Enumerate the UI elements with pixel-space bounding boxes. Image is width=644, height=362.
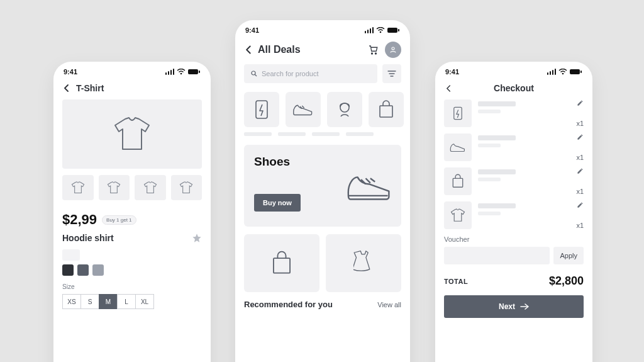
- placeholder-bar: [478, 101, 516, 106]
- search-input[interactable]: Search for product: [244, 64, 377, 83]
- thumbnail[interactable]: [99, 175, 130, 200]
- edit-button[interactable]: [577, 167, 584, 174]
- svg-rect-8: [367, 30, 369, 33]
- signal-icon: [165, 69, 174, 75]
- svg-rect-26: [550, 71, 551, 75]
- cart-item-image: [444, 201, 472, 229]
- battery-icon: [387, 27, 400, 33]
- product-card[interactable]: [326, 234, 401, 292]
- thumbnail[interactable]: [135, 175, 166, 200]
- edit-button[interactable]: [577, 201, 584, 208]
- svg-rect-5: [188, 69, 198, 74]
- svg-point-17: [252, 71, 255, 75]
- apply-button[interactable]: Apply: [553, 247, 584, 264]
- svg-rect-25: [547, 72, 548, 75]
- svg-rect-2: [170, 70, 172, 75]
- placeholder-bar: [478, 169, 516, 174]
- profile-button[interactable]: [385, 42, 401, 58]
- back-button[interactable]: [244, 45, 253, 54]
- promo-card[interactable]: Shoes Buy now: [244, 145, 401, 227]
- signal-icon: [547, 69, 556, 75]
- status-bar: 9:41: [235, 20, 410, 38]
- svg-rect-30: [570, 69, 580, 74]
- thumbnail[interactable]: [171, 175, 203, 200]
- cart-item-image: [444, 133, 472, 161]
- product-card[interactable]: [244, 234, 319, 292]
- edit-button[interactable]: [577, 99, 584, 106]
- size-option[interactable]: XL: [135, 294, 154, 309]
- back-button[interactable]: [62, 84, 71, 93]
- svg-rect-1: [168, 71, 169, 75]
- tshirt-icon: [143, 181, 157, 194]
- battery-icon: [188, 69, 201, 75]
- chevron-left-icon: [64, 84, 70, 92]
- cart-item-qty: x1: [576, 154, 584, 161]
- svg-rect-10: [372, 27, 374, 33]
- category-tile[interactable]: [286, 92, 321, 127]
- shoe-icon: [292, 103, 314, 116]
- tshirt-icon: [450, 208, 465, 222]
- product-price: $2,99: [62, 212, 97, 228]
- category-tile[interactable]: [327, 92, 362, 127]
- cart-button[interactable]: [366, 43, 380, 57]
- svg-rect-27: [552, 70, 553, 75]
- total-value: $2,800: [549, 274, 584, 288]
- tshirt-icon: [113, 116, 152, 152]
- view-all-link[interactable]: View all: [377, 301, 401, 308]
- svg-rect-28: [555, 69, 556, 75]
- pencil-icon: [577, 167, 584, 174]
- screen-product: 9:41 T-Shirt $2,99: [53, 62, 211, 362]
- search-icon: [250, 70, 258, 77]
- color-swatch[interactable]: [92, 264, 104, 276]
- size-option[interactable]: L: [117, 294, 136, 309]
- status-indicators: [165, 69, 201, 75]
- color-swatch[interactable]: [62, 264, 74, 276]
- bag-icon: [452, 174, 464, 189]
- voucher-label: Voucher: [444, 235, 584, 243]
- color-swatches: [62, 264, 202, 276]
- favorite-button[interactable]: [192, 233, 202, 243]
- cart-icon: [367, 44, 379, 55]
- svg-rect-0: [165, 72, 167, 75]
- product-name: Hoodie shirt: [62, 233, 114, 243]
- size-option[interactable]: XS: [62, 294, 81, 309]
- cart-item: x1: [444, 99, 584, 127]
- tshirt-icon: [71, 181, 85, 194]
- signal-icon: [365, 27, 374, 33]
- screen-checkout: 9:41 Checkout x1: [435, 62, 592, 362]
- category-row[interactable]: [244, 92, 401, 127]
- edit-button[interactable]: [577, 133, 584, 140]
- section-title: Recommended for you: [244, 300, 333, 309]
- size-option-selected[interactable]: M: [99, 294, 118, 309]
- person-icon: [336, 100, 353, 119]
- search-placeholder: Search for product: [262, 70, 319, 77]
- thumbnail[interactable]: [62, 175, 94, 200]
- category-tile[interactable]: [244, 92, 279, 127]
- cart-item-qty: x1: [576, 120, 584, 127]
- page-title: Checkout: [494, 83, 534, 93]
- promo-badge: Buy 1 get 1: [102, 215, 136, 225]
- thumbnail-row: [62, 175, 202, 200]
- battery-icon: [570, 69, 582, 75]
- category-tile[interactable]: [369, 92, 404, 127]
- tshirt-icon: [107, 181, 121, 194]
- size-label: Size: [62, 283, 202, 290]
- promo-title: Shoes: [254, 155, 391, 169]
- energy-icon: [253, 99, 270, 120]
- category-labels-placeholder: [244, 132, 401, 136]
- back-button[interactable]: [444, 84, 453, 93]
- user-icon: [389, 46, 397, 54]
- buy-now-button[interactable]: Buy now: [254, 194, 301, 212]
- voucher-input[interactable]: [444, 247, 550, 264]
- filter-button[interactable]: [382, 64, 401, 83]
- size-option[interactable]: S: [80, 294, 99, 309]
- next-button[interactable]: Next: [444, 295, 584, 318]
- cart-item: x1: [444, 167, 584, 195]
- svg-rect-13: [398, 29, 399, 31]
- placeholder-bar: [478, 178, 501, 181]
- color-swatch[interactable]: [77, 264, 89, 276]
- wifi-icon: [177, 69, 186, 75]
- placeholder-bar: [478, 212, 501, 215]
- svg-point-29: [562, 73, 564, 75]
- svg-rect-7: [365, 31, 366, 33]
